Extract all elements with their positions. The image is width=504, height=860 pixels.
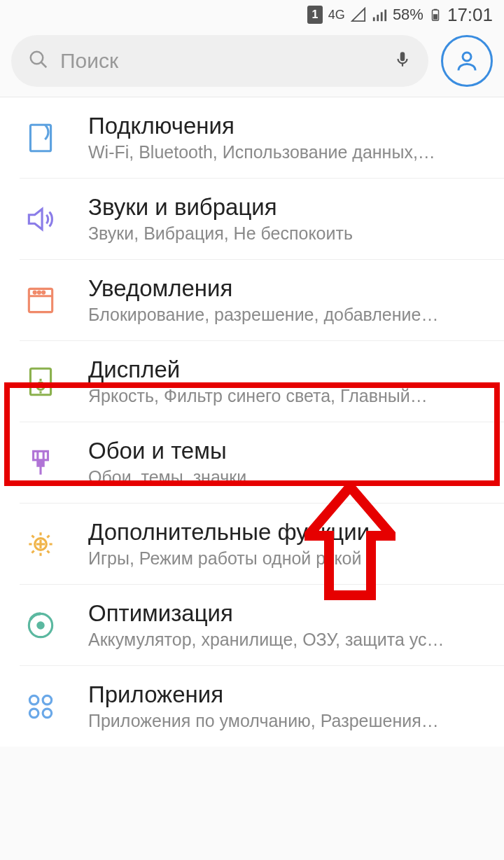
search-input[interactable] [60, 49, 382, 73]
notifications-icon [20, 279, 62, 321]
svg-point-31 [38, 622, 43, 627]
settings-item-optimization[interactable]: Оптимизация Аккумулятор, хранилище, ОЗУ,… [20, 585, 504, 666]
item-subtitle: Обои, темы, значки [88, 467, 490, 487]
settings-item-notifications[interactable]: Уведомления Блокирование, разрешение, до… [20, 260, 504, 341]
item-subtitle: Приложения по умолчанию, Разрешения… [88, 711, 490, 731]
svg-rect-2 [381, 12, 383, 21]
svg-rect-3 [384, 10, 386, 22]
optimization-icon [20, 604, 62, 646]
settings-item-display[interactable]: Дисплей Яркость, Фильтр синего света, Гл… [20, 341, 504, 422]
network-type: 4G [328, 8, 345, 22]
svg-point-32 [29, 695, 38, 705]
svg-point-13 [34, 291, 36, 293]
item-title: Дисплей [88, 356, 490, 383]
search-icon [28, 49, 49, 73]
item-subtitle: Яркость, Фильтр синего света, Главный… [88, 386, 490, 406]
svg-rect-5 [434, 9, 438, 11]
item-title: Приложения [88, 681, 490, 708]
item-subtitle: Блокирование, разрешение, добавление… [88, 305, 490, 325]
item-subtitle: Wi-Fi, Bluetooth, Использование данных,… [88, 142, 490, 162]
signal-bars-icon [372, 7, 387, 22]
item-subtitle: Игры, Режим работы одной рукой [88, 548, 490, 569]
signal-tri-icon [351, 7, 366, 22]
sim-icon: 1 [307, 6, 323, 24]
item-title: Звуки и вибрация [88, 194, 490, 221]
search-box[interactable] [11, 35, 428, 87]
wallpaper-icon [20, 442, 62, 484]
item-title: Подключения [88, 113, 490, 139]
settings-item-sounds[interactable]: Звуки и вибрация Звуки, Вибрация, Не бес… [20, 179, 504, 260]
item-title: Обои и темы [88, 438, 490, 464]
settings-item-wallpaper[interactable]: Обои и темы Обои, темы, значки [20, 422, 504, 504]
item-title: Оптимизация [88, 600, 490, 627]
mic-icon[interactable] [393, 47, 412, 75]
battery-icon [429, 6, 442, 24]
svg-rect-22 [34, 451, 48, 460]
item-subtitle: Звуки, Вибрация, Не беспокоить [88, 223, 490, 244]
svg-point-7 [31, 52, 43, 64]
connections-icon [20, 117, 62, 159]
svg-rect-0 [373, 18, 375, 21]
svg-rect-6 [433, 14, 438, 20]
svg-point-14 [38, 291, 40, 293]
svg-point-17 [37, 382, 44, 389]
svg-point-35 [43, 709, 52, 718]
svg-point-15 [43, 291, 45, 293]
svg-line-8 [41, 62, 47, 68]
account-button[interactable] [441, 35, 493, 87]
display-icon [20, 361, 62, 403]
apps-icon [20, 686, 62, 728]
sounds-icon [20, 198, 62, 240]
settings-list: Подключения Wi-Fi, Bluetooth, Использова… [0, 97, 504, 747]
svg-rect-1 [377, 15, 379, 21]
item-title: Дополнительные функции [88, 519, 490, 546]
advanced-icon [20, 523, 62, 565]
battery-percent: 58% [393, 6, 424, 24]
item-subtitle: Аккумулятор, хранилище, ОЗУ, защита ус… [88, 630, 490, 650]
search-row [0, 29, 504, 97]
svg-rect-26 [38, 461, 43, 465]
settings-item-connections[interactable]: Подключения Wi-Fi, Bluetooth, Использова… [20, 97, 504, 179]
item-title: Уведомления [88, 275, 490, 302]
settings-item-apps[interactable]: Приложения Приложения по умолчанию, Разр… [20, 666, 504, 747]
svg-point-34 [29, 709, 38, 718]
svg-point-33 [43, 695, 52, 705]
settings-item-advanced[interactable]: Дополнительные функции Игры, Режим работ… [20, 504, 504, 585]
svg-point-9 [463, 53, 471, 61]
status-bar: 1 4G 58% 17:01 [0, 0, 504, 29]
clock: 17:01 [447, 4, 493, 26]
